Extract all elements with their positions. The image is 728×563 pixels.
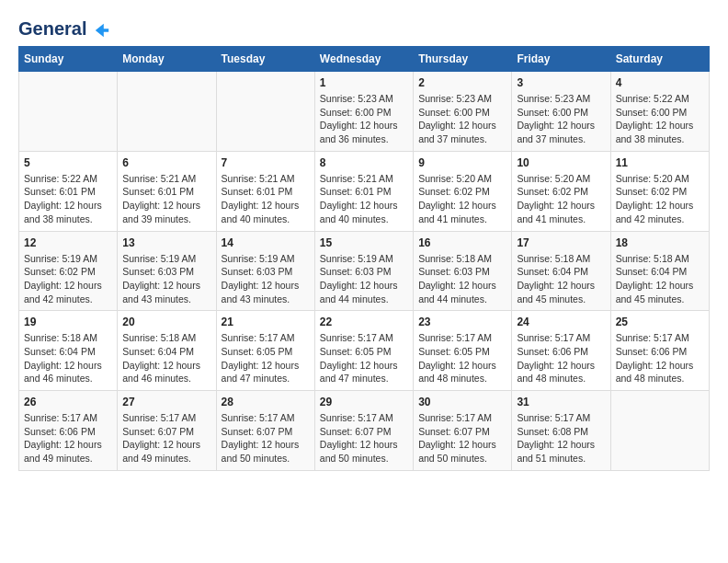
day-info: Sunrise: 5:22 AM Sunset: 6:01 PM Dayligh… — [24, 172, 112, 226]
day-number: 16 — [418, 236, 506, 249]
day-number: 22 — [320, 316, 408, 328]
day-info: Sunrise: 5:23 AM Sunset: 6:00 PM Dayligh… — [517, 92, 605, 146]
calendar-cell: 22Sunrise: 5:17 AM Sunset: 6:05 PM Dayli… — [314, 311, 413, 391]
calendar-cell: 7Sunrise: 5:21 AM Sunset: 6:01 PM Daylig… — [216, 151, 314, 231]
day-info: Sunrise: 5:17 AM Sunset: 6:07 PM Dayligh… — [320, 411, 408, 465]
day-number: 24 — [517, 316, 605, 328]
calendar-cell: 30Sunrise: 5:17 AM Sunset: 6:07 PM Dayli… — [414, 391, 512, 471]
day-number: 14 — [222, 236, 310, 249]
column-header-saturday: Saturday — [610, 47, 709, 72]
column-header-wednesday: Wednesday — [314, 47, 413, 72]
calendar-cell: 29Sunrise: 5:17 AM Sunset: 6:07 PM Dayli… — [314, 391, 413, 471]
day-number: 27 — [122, 396, 210, 408]
calendar-week-row: 26Sunrise: 5:17 AM Sunset: 6:06 PM Dayli… — [19, 391, 710, 471]
calendar-week-row: 1Sunrise: 5:23 AM Sunset: 6:00 PM Daylig… — [19, 72, 710, 152]
day-info: Sunrise: 5:18 AM Sunset: 6:04 PM Dayligh… — [517, 252, 605, 306]
day-info: Sunrise: 5:23 AM Sunset: 6:00 PM Dayligh… — [320, 92, 408, 146]
column-header-thursday: Thursday — [414, 47, 512, 72]
calendar-week-row: 19Sunrise: 5:18 AM Sunset: 6:04 PM Dayli… — [19, 311, 710, 391]
day-number: 17 — [517, 236, 605, 249]
day-info: Sunrise: 5:21 AM Sunset: 6:01 PM Dayligh… — [222, 172, 310, 226]
day-number: 2 — [418, 76, 506, 89]
calendar-cell: 14Sunrise: 5:19 AM Sunset: 6:03 PM Dayli… — [216, 231, 314, 311]
calendar-cell: 2Sunrise: 5:23 AM Sunset: 6:00 PM Daylig… — [414, 72, 512, 152]
calendar-cell: 27Sunrise: 5:17 AM Sunset: 6:07 PM Dayli… — [118, 391, 216, 471]
calendar-cell: 31Sunrise: 5:17 AM Sunset: 6:08 PM Dayli… — [512, 391, 610, 471]
day-number: 7 — [222, 156, 310, 169]
day-number: 3 — [517, 76, 605, 89]
day-info: Sunrise: 5:17 AM Sunset: 6:06 PM Dayligh… — [616, 331, 704, 385]
day-info: Sunrise: 5:20 AM Sunset: 6:02 PM Dayligh… — [418, 172, 506, 226]
day-number: 15 — [320, 236, 408, 249]
calendar-cell — [216, 72, 314, 152]
calendar-cell: 17Sunrise: 5:18 AM Sunset: 6:04 PM Dayli… — [512, 231, 610, 311]
calendar-cell: 25Sunrise: 5:17 AM Sunset: 6:06 PM Dayli… — [610, 311, 709, 391]
calendar-table: SundayMondayTuesdayWednesdayThursdayFrid… — [18, 46, 710, 471]
column-header-sunday: Sunday — [19, 47, 118, 72]
day-number: 18 — [616, 236, 704, 249]
column-header-tuesday: Tuesday — [216, 47, 314, 72]
day-info: Sunrise: 5:17 AM Sunset: 6:08 PM Dayligh… — [517, 411, 605, 465]
day-number: 23 — [418, 316, 506, 328]
day-number: 31 — [517, 396, 605, 408]
calendar-header-row: SundayMondayTuesdayWednesdayThursdayFrid… — [19, 47, 710, 72]
page-header: General — [18, 18, 710, 37]
day-number: 13 — [122, 236, 210, 249]
calendar-cell: 10Sunrise: 5:20 AM Sunset: 6:02 PM Dayli… — [512, 151, 610, 231]
calendar-cell: 1Sunrise: 5:23 AM Sunset: 6:00 PM Daylig… — [314, 72, 413, 152]
day-info: Sunrise: 5:18 AM Sunset: 6:04 PM Dayligh… — [122, 331, 210, 385]
calendar-week-row: 12Sunrise: 5:19 AM Sunset: 6:02 PM Dayli… — [19, 231, 710, 311]
calendar-cell: 23Sunrise: 5:17 AM Sunset: 6:05 PM Dayli… — [414, 311, 512, 391]
day-number: 9 — [418, 156, 506, 169]
day-number: 10 — [517, 156, 605, 169]
svg-marker-0 — [96, 24, 108, 37]
calendar-cell: 26Sunrise: 5:17 AM Sunset: 6:06 PM Dayli… — [19, 391, 118, 471]
day-number: 21 — [222, 316, 310, 328]
calendar-cell: 8Sunrise: 5:21 AM Sunset: 6:01 PM Daylig… — [314, 151, 413, 231]
day-info: Sunrise: 5:23 AM Sunset: 6:00 PM Dayligh… — [418, 92, 506, 146]
calendar-cell: 28Sunrise: 5:17 AM Sunset: 6:07 PM Dayli… — [216, 391, 314, 471]
day-number: 12 — [24, 236, 112, 249]
day-number: 25 — [616, 316, 704, 328]
day-number: 19 — [24, 316, 112, 328]
calendar-cell: 18Sunrise: 5:18 AM Sunset: 6:04 PM Dayli… — [610, 231, 709, 311]
logo-arrow-icon — [94, 22, 110, 39]
day-info: Sunrise: 5:20 AM Sunset: 6:02 PM Dayligh… — [616, 172, 704, 226]
calendar-cell: 19Sunrise: 5:18 AM Sunset: 6:04 PM Dayli… — [19, 311, 118, 391]
calendar-cell: 11Sunrise: 5:20 AM Sunset: 6:02 PM Dayli… — [610, 151, 709, 231]
calendar-cell: 16Sunrise: 5:18 AM Sunset: 6:03 PM Dayli… — [414, 231, 512, 311]
calendar-cell: 9Sunrise: 5:20 AM Sunset: 6:02 PM Daylig… — [414, 151, 512, 231]
calendar-cell: 12Sunrise: 5:19 AM Sunset: 6:02 PM Dayli… — [19, 231, 118, 311]
calendar-cell: 15Sunrise: 5:19 AM Sunset: 6:03 PM Dayli… — [314, 231, 413, 311]
day-info: Sunrise: 5:18 AM Sunset: 6:04 PM Dayligh… — [24, 331, 112, 385]
logo-text: General — [18, 18, 110, 40]
day-info: Sunrise: 5:17 AM Sunset: 6:06 PM Dayligh… — [24, 411, 112, 465]
calendar-cell: 5Sunrise: 5:22 AM Sunset: 6:01 PM Daylig… — [19, 151, 118, 231]
day-info: Sunrise: 5:18 AM Sunset: 6:04 PM Dayligh… — [616, 252, 704, 306]
day-info: Sunrise: 5:20 AM Sunset: 6:02 PM Dayligh… — [517, 172, 605, 226]
day-number: 8 — [320, 156, 408, 169]
day-number: 6 — [122, 156, 210, 169]
day-info: Sunrise: 5:21 AM Sunset: 6:01 PM Dayligh… — [122, 172, 210, 226]
calendar-cell — [19, 72, 118, 152]
day-info: Sunrise: 5:17 AM Sunset: 6:05 PM Dayligh… — [418, 331, 506, 385]
calendar-cell: 20Sunrise: 5:18 AM Sunset: 6:04 PM Dayli… — [118, 311, 216, 391]
day-info: Sunrise: 5:19 AM Sunset: 6:02 PM Dayligh… — [24, 252, 112, 306]
day-number: 29 — [320, 396, 408, 408]
day-number: 30 — [418, 396, 506, 408]
day-number: 20 — [122, 316, 210, 328]
day-info: Sunrise: 5:17 AM Sunset: 6:07 PM Dayligh… — [418, 411, 506, 465]
calendar-cell: 21Sunrise: 5:17 AM Sunset: 6:05 PM Dayli… — [216, 311, 314, 391]
logo: General — [18, 18, 110, 37]
day-number: 11 — [616, 156, 704, 169]
day-info: Sunrise: 5:19 AM Sunset: 6:03 PM Dayligh… — [222, 252, 310, 306]
calendar-cell: 3Sunrise: 5:23 AM Sunset: 6:00 PM Daylig… — [512, 72, 610, 152]
calendar-cell: 24Sunrise: 5:17 AM Sunset: 6:06 PM Dayli… — [512, 311, 610, 391]
day-info: Sunrise: 5:17 AM Sunset: 6:06 PM Dayligh… — [517, 331, 605, 385]
day-info: Sunrise: 5:17 AM Sunset: 6:05 PM Dayligh… — [320, 331, 408, 385]
calendar-cell — [610, 391, 709, 471]
day-number: 1 — [320, 76, 408, 89]
day-number: 28 — [222, 396, 310, 408]
calendar-week-row: 5Sunrise: 5:22 AM Sunset: 6:01 PM Daylig… — [19, 151, 710, 231]
day-info: Sunrise: 5:17 AM Sunset: 6:05 PM Dayligh… — [222, 331, 310, 385]
